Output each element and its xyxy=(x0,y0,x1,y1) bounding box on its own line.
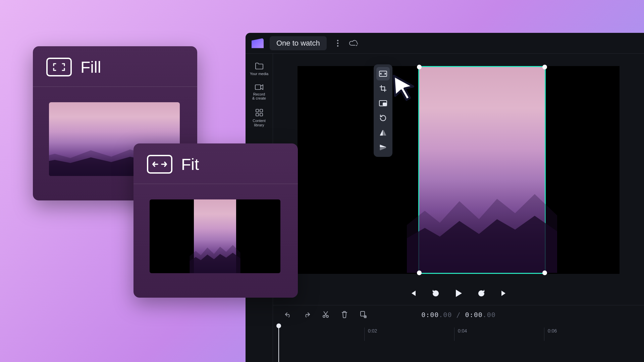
project-title[interactable]: One to watch xyxy=(270,36,327,50)
svg-rect-6 xyxy=(260,109,263,112)
sidebar-label: Content library xyxy=(253,119,266,127)
canvas[interactable] xyxy=(298,66,620,274)
resize-handle[interactable] xyxy=(542,65,547,69)
svg-point-2 xyxy=(337,45,338,46)
crop-tool[interactable] xyxy=(376,82,390,95)
resize-handle[interactable] xyxy=(542,270,547,275)
delete-button[interactable] xyxy=(339,309,350,319)
redo-button[interactable] xyxy=(302,309,312,319)
resize-handle[interactable] xyxy=(417,65,422,69)
floating-toolstrip xyxy=(374,64,392,157)
timeline-tick: 0:04 xyxy=(454,327,467,341)
forward-button[interactable] xyxy=(476,288,487,299)
timeline[interactable]: 0:00.00 / 0:00.00 0:02 0:04 0:06 xyxy=(273,305,644,362)
fit-icon xyxy=(147,155,172,174)
svg-rect-14 xyxy=(361,311,365,316)
fit-title: Fit xyxy=(181,155,199,174)
sidebar-item-your-media[interactable]: Your media xyxy=(246,62,273,76)
selected-clip[interactable] xyxy=(418,66,546,274)
play-button[interactable] xyxy=(453,288,464,299)
app-logo-icon xyxy=(252,38,264,48)
playback-controls xyxy=(273,282,644,305)
fit-preview xyxy=(150,199,280,273)
fill-title: Fill xyxy=(80,58,101,76)
resize-handle[interactable] xyxy=(417,270,422,275)
split-button[interactable] xyxy=(321,309,331,319)
flip-horizontal-tool[interactable] xyxy=(376,126,390,139)
skip-back-button[interactable] xyxy=(407,288,419,299)
flip-vertical-tool[interactable] xyxy=(376,141,390,154)
rotate-tool[interactable] xyxy=(376,111,390,125)
undo-button[interactable] xyxy=(283,309,293,319)
fit-fill-tool[interactable] xyxy=(376,67,390,80)
svg-rect-5 xyxy=(256,109,259,112)
playhead[interactable] xyxy=(278,326,279,362)
cloud-sync-icon[interactable] xyxy=(349,38,359,48)
svg-rect-11 xyxy=(383,103,386,105)
more-icon[interactable] xyxy=(333,38,343,48)
timeline-toolbar xyxy=(283,309,368,319)
sidebar-label: Record & create xyxy=(252,92,266,101)
duplicate-button[interactable] xyxy=(358,309,368,319)
sidebar-label: Your media xyxy=(250,72,268,76)
timeline-tick: 0:02 xyxy=(364,327,377,341)
rewind-button[interactable] xyxy=(430,288,441,299)
pip-tool[interactable] xyxy=(376,97,390,110)
timeline-tick: 0:06 xyxy=(544,327,557,341)
editor-window: One to watch Your media Record & create xyxy=(246,33,644,362)
svg-rect-8 xyxy=(260,113,263,116)
svg-point-0 xyxy=(337,40,338,41)
sidebar-item-content[interactable]: Content library xyxy=(246,109,273,127)
svg-rect-7 xyxy=(256,113,259,116)
svg-rect-4 xyxy=(255,85,261,89)
timeline-ruler[interactable]: 0:02 0:04 0:06 xyxy=(273,327,644,341)
fit-card: Fit xyxy=(133,143,298,298)
svg-point-1 xyxy=(337,42,338,44)
sidebar-item-record[interactable]: Record & create xyxy=(246,84,273,101)
fill-icon xyxy=(46,58,72,76)
timecode: 0:00.00 / 0:00.00 xyxy=(421,311,496,319)
titlebar: One to watch xyxy=(246,33,644,54)
stage[interactable] xyxy=(273,54,644,282)
skip-forward-button[interactable] xyxy=(498,288,510,299)
